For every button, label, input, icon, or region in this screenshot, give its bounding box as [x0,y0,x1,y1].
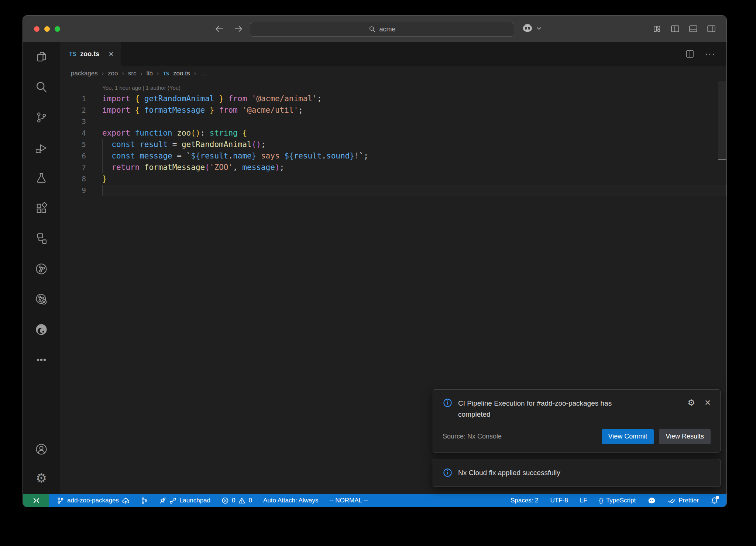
language-mode-item[interactable]: {} TypeScript [599,497,636,504]
code-line: 1import { getRandomAnimal } from '@acme/… [60,93,726,105]
vim-mode-item[interactable]: -- NORMAL -- [329,497,368,504]
formatter-item[interactable]: Prettier [668,497,699,505]
branch-name: add-zoo-packages [67,497,119,504]
settings-gear-icon[interactable]: ⚙ [35,471,48,485]
launchpad-label: Launchpad [179,497,210,504]
typescript-file-icon: TS [69,51,76,58]
copilot-status-item[interactable] [647,496,656,505]
nx-cloud-icon[interactable] [35,293,48,306]
line-number[interactable]: 1 [60,93,86,105]
explorer-icon[interactable] [35,50,48,64]
warnings-icon [238,497,245,504]
search-view-icon[interactable] [35,81,48,94]
toggle-sidebar-icon[interactable] [670,24,680,34]
code-line: 5 const result = getRandomAnimal(); [60,139,726,150]
indentation-item[interactable]: Spaces: 2 [511,497,539,504]
edge-browser-icon[interactable] [35,323,48,336]
notification-center: CI Pipeline Execution for #add-zoo-packa… [433,389,721,487]
search-icon [368,25,376,33]
command-center-search[interactable]: acme [250,22,514,37]
line-number[interactable]: 5 [60,139,86,150]
scrollbar-handle-edge[interactable] [718,159,726,160]
view-commit-button[interactable]: View Commit [602,429,654,444]
notification-dot [716,496,719,499]
line-number[interactable]: 9 [60,185,86,196]
zoom-window-button[interactable] [55,26,60,32]
auto-attach-item[interactable]: Auto Attach: Always [263,497,318,504]
breadcrumb-src[interactable]: src [128,70,137,77]
notification-message: Nx Cloud fix applied successfully [458,467,643,478]
activity-bar: ⚙ [23,42,60,494]
minimize-window-button[interactable] [44,26,50,32]
account-icon[interactable] [35,443,48,456]
line-number[interactable]: 2 [60,105,86,116]
toggle-secondary-sidebar-icon[interactable] [707,24,716,34]
split-editor-icon[interactable] [685,49,695,59]
chevron-right-icon: › [194,70,196,77]
copilot-icon [521,22,534,35]
history-nav [214,16,244,42]
editor-scrollbar[interactable] [718,81,726,160]
typescript-file-icon: TS [163,71,169,76]
indent-guide [102,139,103,173]
breadcrumb-packages[interactable]: packages [71,70,98,77]
copilot-menu-button[interactable] [521,22,542,35]
tab-zoo-ts[interactable]: TS zoo.ts × [60,42,121,66]
customize-layout-icon[interactable] [652,24,662,34]
brackets-icon: {} [599,497,603,504]
forward-arrow-icon[interactable] [233,24,244,34]
line-number[interactable]: 3 [60,116,86,127]
errors-icon [221,497,229,504]
git-graph-item[interactable] [141,497,148,504]
notification-settings-icon[interactable]: ⚙ [688,399,695,407]
back-arrow-icon[interactable] [214,24,224,34]
encoding-item[interactable]: UTF-8 [550,497,568,504]
git-branch-item[interactable]: add-zoo-packages [57,497,130,505]
line-number[interactable]: 6 [60,150,86,162]
references-icon[interactable] [35,232,48,245]
close-window-button[interactable] [34,26,39,32]
rocket-icon [159,497,166,504]
notification-message: CI Pipeline Execution for #add-zoo-packa… [458,398,643,420]
launchpad-item[interactable]: Launchpad [159,497,210,504]
chevron-right-icon: › [122,70,124,77]
chevron-right-icon: › [157,70,159,77]
remote-indicator[interactable] [23,494,49,507]
notification-toast-ci: CI Pipeline Execution for #add-zoo-packa… [433,389,721,453]
notification-source: Source: Nx Console [443,433,502,440]
more-actions-icon[interactable]: ··· [705,49,715,59]
line-number[interactable]: 7 [60,162,86,173]
notifications-bell[interactable] [711,497,718,505]
breadcrumb-lib[interactable]: lib [147,70,153,77]
remote-icon [31,496,41,505]
line-number[interactable]: 8 [60,173,86,185]
breadcrumb-file[interactable]: zoo.ts [173,70,190,77]
nx-console-icon[interactable] [35,262,48,276]
more-views-icon[interactable] [35,353,48,366]
testing-icon[interactable] [35,171,48,185]
notification-toast-nx-cloud: Nx Cloud fix applied successfully [433,459,721,487]
git-branch-icon [57,497,64,504]
editor-actions: ··· [685,42,726,66]
code-line: 4export function zoo(): string { [60,127,726,139]
line-number[interactable]: 4 [60,127,86,139]
git-graph-icon [141,497,148,504]
view-results-button[interactable]: View Results [659,429,711,444]
breadcrumb: packages › zoo › src › lib › TS zoo.ts ›… [60,66,726,81]
notification-close-icon[interactable]: × [705,398,711,408]
eol-item[interactable]: LF [580,497,587,504]
vscode-window: acme [23,16,726,507]
code-line: 7 return formatMessage('ZOO', message); [60,162,726,173]
toggle-panel-icon[interactable] [688,24,698,34]
tab-close-icon[interactable]: × [109,50,114,58]
breadcrumb-zoo[interactable]: zoo [108,70,118,77]
run-debug-icon[interactable] [35,141,48,154]
problems-item[interactable]: 0 0 [221,497,252,504]
gitlens-blame-annotation: You, 1 hour ago | 1 author (You) [60,83,726,93]
extensions-icon[interactable] [35,202,48,215]
code-line: 9 [60,185,726,196]
source-control-icon[interactable] [35,111,48,124]
breadcrumb-more[interactable]: … [200,70,206,77]
code-lines: 1import { getRandomAnimal } from '@acme/… [60,93,726,196]
code-line: 6 const message = `${result.name} says $… [60,150,726,162]
